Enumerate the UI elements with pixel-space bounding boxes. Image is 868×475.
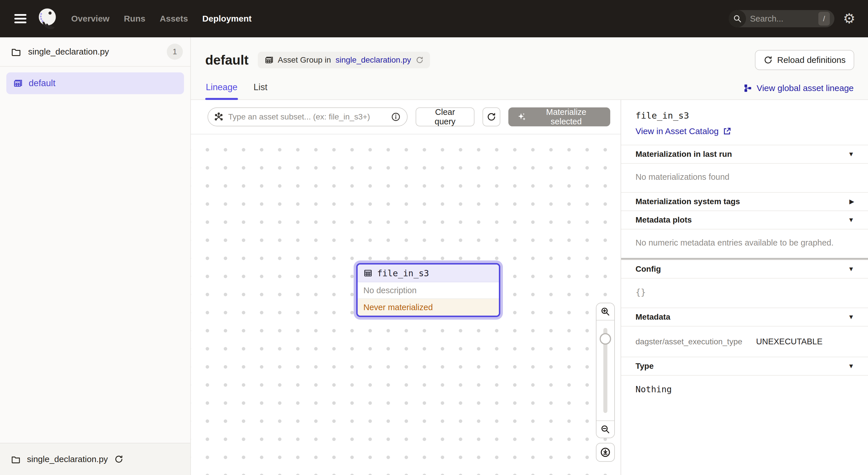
section-title: Type bbox=[636, 362, 654, 371]
asset-node-title: file_in_s3 bbox=[377, 268, 429, 278]
sparkles-icon bbox=[517, 112, 527, 122]
asset-subset-input[interactable] bbox=[228, 112, 386, 121]
reload-icon[interactable] bbox=[114, 455, 123, 464]
section-title: Metadata plots bbox=[636, 215, 692, 225]
view-global-asset-lineage-label: View global asset lineage bbox=[756, 83, 854, 93]
info-icon[interactable] bbox=[391, 112, 401, 122]
section-title: Materialization in last run bbox=[636, 150, 732, 159]
chevron-down-icon: ▼ bbox=[848, 265, 854, 273]
asset-group-badge: Asset Group in single_declaration.py bbox=[258, 52, 430, 68]
view-in-asset-catalog-label: View in Asset Catalog bbox=[636, 126, 719, 136]
asset-subset-query[interactable] bbox=[208, 108, 408, 126]
asset-node-header: file_in_s3 bbox=[358, 265, 499, 282]
dagster-logo-icon[interactable] bbox=[37, 8, 59, 30]
zoom-stack bbox=[596, 303, 615, 438]
app-shell: single_declaration.py 1 default single_d… bbox=[0, 37, 868, 475]
asset-node-description: No description bbox=[358, 282, 499, 299]
metadata-key: dagster/asset_execution_type bbox=[636, 337, 756, 346]
asset-group-label: default bbox=[29, 78, 55, 88]
type-value: Nothing bbox=[636, 382, 672, 394]
chevron-right-icon: ▶ bbox=[849, 198, 854, 205]
clear-query-label: Clear query bbox=[424, 108, 466, 126]
zoom-slider[interactable] bbox=[596, 321, 614, 420]
section-metadata-plots[interactable]: Metadata plots ▼ bbox=[621, 210, 868, 229]
lineage-graph-area[interactable]: file_in_s3 No description Never material… bbox=[191, 134, 621, 475]
folder-icon bbox=[11, 454, 21, 464]
nav-item-overview[interactable]: Overview bbox=[71, 14, 110, 24]
chevron-down-icon: ▼ bbox=[848, 313, 854, 321]
metadata-value: UNEXECUTABLE bbox=[756, 337, 823, 346]
tab-list[interactable]: List bbox=[253, 79, 268, 99]
asset-details-panel: file_in_s3 View in Asset Catalog Materia… bbox=[621, 100, 868, 475]
section-title: Metadata bbox=[636, 313, 670, 322]
search-shortcut-key: / bbox=[818, 12, 830, 26]
download-image-icon[interactable] bbox=[596, 443, 615, 462]
nav-item-assets[interactable]: Assets bbox=[160, 14, 188, 24]
section-title: Materialization system tags bbox=[636, 197, 740, 206]
no-materializations-text: No materializations found bbox=[636, 172, 730, 181]
top-nav: Overview Runs Assets Deployment / ⚙ bbox=[0, 0, 868, 37]
clear-query-button[interactable]: Clear query bbox=[415, 108, 474, 126]
metadata-row: dagster/asset_execution_type UNEXECUTABL… bbox=[636, 335, 854, 346]
sidebar-footer: single_declaration.py bbox=[0, 443, 190, 475]
op-selector-icon bbox=[214, 112, 224, 122]
nav-item-runs[interactable]: Runs bbox=[124, 14, 145, 24]
view-in-asset-catalog-link[interactable]: View in Asset Catalog bbox=[636, 126, 732, 136]
materialize-selected-label: Materialize selected bbox=[531, 108, 601, 126]
tab-lineage[interactable]: Lineage bbox=[205, 79, 238, 99]
table-icon bbox=[363, 269, 373, 278]
asset-group-icon bbox=[264, 55, 273, 65]
zoom-in-icon[interactable] bbox=[596, 303, 614, 321]
section-type[interactable]: Type ▼ bbox=[621, 357, 868, 375]
asset-node-status: Never materialized bbox=[358, 299, 499, 316]
gear-icon[interactable]: ⚙ bbox=[843, 12, 856, 26]
section-metadata[interactable]: Metadata ▼ bbox=[621, 307, 868, 326]
zoom-controls bbox=[596, 303, 615, 462]
zoom-out-icon[interactable] bbox=[596, 420, 614, 438]
search-input[interactable] bbox=[746, 14, 818, 24]
code-location-sidebar: single_declaration.py 1 default single_d… bbox=[0, 37, 191, 475]
reload-definitions-button[interactable]: Reload definitions bbox=[755, 50, 855, 70]
view-global-asset-lineage-link[interactable]: View global asset lineage bbox=[743, 83, 854, 99]
menu-icon[interactable] bbox=[11, 11, 29, 27]
config-value: {} bbox=[636, 286, 646, 297]
section-config[interactable]: Config ▼ bbox=[621, 260, 868, 278]
folder-icon bbox=[11, 47, 21, 57]
tabs-bar: Lineage List View global asset lineage bbox=[191, 79, 868, 100]
page-title: default bbox=[205, 52, 249, 68]
panel-header: file_in_s3 View in Asset Catalog bbox=[621, 100, 868, 145]
search-icon bbox=[729, 10, 746, 27]
asset-group-count-badge: 1 bbox=[167, 43, 183, 60]
metadata-plots-content: No numeric metadata entries available to… bbox=[621, 229, 868, 258]
config-content: {} bbox=[621, 278, 868, 307]
zoom-slider-thumb[interactable] bbox=[600, 333, 611, 345]
sidebar-item-code-location[interactable]: single_declaration.py 1 bbox=[0, 37, 190, 67]
chevron-down-icon: ▼ bbox=[848, 150, 854, 158]
main-area: default Asset Group in single_declaratio… bbox=[191, 37, 868, 475]
content-row: Clear query Materialize selected bbox=[191, 100, 868, 475]
code-location-name: single_declaration.py bbox=[28, 47, 109, 57]
section-materialization-in-last-run[interactable]: Materialization in last run ▼ bbox=[621, 145, 868, 163]
reload-icon bbox=[764, 55, 773, 65]
materialize-selected-button[interactable]: Materialize selected bbox=[508, 108, 610, 126]
asset-node-file-in-s3[interactable]: file_in_s3 No description Never material… bbox=[356, 263, 500, 317]
asset-group-icon bbox=[12, 79, 22, 88]
badge-prefix-text: Asset Group in bbox=[278, 55, 331, 65]
section-materialization-system-tags[interactable]: Materialization system tags ▶ bbox=[621, 192, 868, 210]
nav-item-deployment[interactable]: Deployment bbox=[203, 14, 252, 24]
global-search[interactable]: / bbox=[729, 10, 834, 27]
footer-code-location-name: single_declaration.py bbox=[27, 454, 108, 464]
reload-definitions-label: Reload definitions bbox=[777, 55, 846, 65]
graph-toolbar: Clear query Materialize selected bbox=[191, 100, 621, 134]
no-numeric-metadata-text: No numeric metadata entries available to… bbox=[636, 238, 834, 247]
metadata-content: dagster/asset_execution_type UNEXECUTABL… bbox=[621, 326, 868, 357]
lineage-canvas: Clear query Materialize selected bbox=[191, 100, 621, 475]
chevron-down-icon: ▼ bbox=[848, 216, 854, 224]
page-header: default Asset Group in single_declaratio… bbox=[191, 37, 868, 70]
code-location-link[interactable]: single_declaration.py bbox=[336, 55, 411, 65]
last-run-content: No materializations found bbox=[621, 163, 868, 192]
refresh-graph-button[interactable] bbox=[483, 108, 500, 126]
external-link-icon bbox=[723, 127, 732, 136]
sidebar-item-asset-group-default[interactable]: default bbox=[6, 72, 184, 94]
reload-icon[interactable] bbox=[415, 56, 424, 64]
